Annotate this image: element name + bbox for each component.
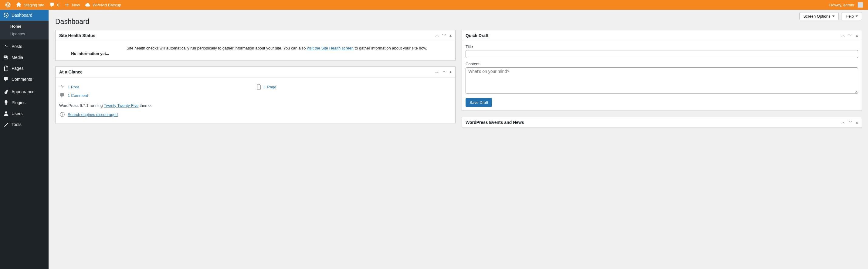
widget-title: Quick Draft (466, 33, 841, 38)
wrench-icon (3, 121, 9, 127)
sidebar-label: Dashboard (11, 13, 32, 18)
wpvivid-link[interactable]: WPvivid Backup (82, 0, 124, 10)
page-icon (255, 84, 261, 90)
site-health-status: No information yet... (60, 45, 121, 56)
widget-title: Site Health Status (59, 33, 435, 38)
comments-icon (3, 76, 9, 82)
sidebar-subitem-updates[interactable]: Updates (0, 30, 49, 38)
sidebar-submenu-dashboard: Home Updates (0, 21, 49, 39)
move-up-icon[interactable]: ︿ (435, 33, 439, 38)
comments-count: 0 (57, 3, 59, 7)
site-health-link[interactable]: visit the Site Health screen (307, 46, 353, 51)
user-icon (3, 111, 9, 117)
draft-content-textarea[interactable] (466, 67, 858, 93)
move-up-icon[interactable]: ︿ (435, 69, 439, 75)
new-content-link[interactable]: New (62, 0, 82, 10)
move-down-icon[interactable]: ﹀ (848, 33, 853, 38)
avatar-icon (858, 2, 863, 8)
comment-icon (59, 92, 65, 98)
pin-icon (59, 84, 65, 90)
home-icon (16, 2, 22, 8)
sidebar-label: Users (11, 111, 23, 116)
chevron-down-icon (856, 16, 858, 17)
my-account-link[interactable]: Howdy, admin (827, 0, 866, 10)
media-icon (3, 54, 9, 60)
sidebar-item-tools[interactable]: Tools (0, 119, 49, 130)
move-up-icon[interactable]: ︿ (841, 120, 845, 125)
sidebar-label: Media (11, 55, 23, 60)
widget-title: WordPress Events and News (466, 120, 841, 125)
title-label: Title (466, 44, 858, 49)
save-draft-button[interactable]: Save Draft (466, 98, 492, 107)
sidebar-label: Posts (11, 44, 22, 49)
theme-link[interactable]: Twenty Twenty-Five (104, 103, 139, 108)
move-down-icon[interactable]: ﹀ (848, 120, 853, 125)
sidebar-item-plugins[interactable]: Plugins (0, 97, 49, 108)
howdy-text: Howdy, admin (830, 3, 854, 7)
admin-sidebar: Dashboard Home Updates Posts Media Pages… (0, 10, 49, 140)
collapse-icon[interactable]: ▴ (450, 33, 452, 38)
sidebar-label: Tools (11, 122, 22, 127)
plug-icon (3, 99, 9, 106)
move-down-icon[interactable]: ﹀ (442, 69, 446, 75)
pin-icon (3, 43, 9, 50)
content-label: Content (466, 62, 858, 66)
dashboard-icon (3, 12, 9, 18)
help-button[interactable]: Help (842, 12, 862, 20)
site-name-text: Staging site (24, 3, 44, 7)
collapse-icon[interactable]: ▴ (856, 120, 858, 125)
comments-link[interactable]: 0 (47, 0, 62, 10)
search-engines-link[interactable]: Search engines discouraged (68, 112, 118, 117)
page-icon (3, 65, 9, 71)
comment-icon (49, 2, 55, 8)
sidebar-label: Appearance (11, 89, 35, 94)
widget-title: At a Glance (59, 69, 435, 74)
collapse-icon[interactable]: ▴ (856, 33, 858, 38)
site-health-widget: Site Health Status ︿ ﹀ ▴ No information … (55, 30, 456, 60)
sidebar-item-posts[interactable]: Posts (0, 41, 49, 52)
sidebar-item-users[interactable]: Users (0, 108, 49, 119)
collapse-icon[interactable]: ▴ (450, 69, 452, 75)
wpvivid-label: WPvivid Backup (93, 3, 121, 7)
move-up-icon[interactable]: ︿ (841, 33, 845, 38)
glance-version-text: WordPress 6.7.1 running Twenty Twenty-Fi… (59, 101, 452, 110)
at-a-glance-widget: At a Glance ︿ ﹀ ▴ 1 Post (55, 66, 456, 123)
wordpress-menu-icon[interactable] (2, 0, 13, 10)
cloud-icon (85, 2, 91, 8)
site-health-description: Site health checks will automatically ru… (127, 45, 451, 52)
sidebar-item-appearance[interactable]: Appearance (0, 86, 49, 97)
new-label: New (72, 3, 80, 7)
brush-icon (3, 89, 9, 95)
chevron-down-icon (832, 16, 835, 17)
page-title: Dashboard (55, 18, 862, 26)
info-icon (59, 112, 65, 118)
sidebar-item-media[interactable]: Media (0, 52, 49, 63)
sidebar-item-comments[interactable]: Comments (0, 74, 49, 85)
glance-posts-link[interactable]: 1 Post (59, 83, 255, 91)
sidebar-subitem-home[interactable]: Home (0, 23, 49, 30)
screen-meta-links: Screen Options Help (799, 12, 862, 20)
admin-toolbar: Staging site 0 New WPvivid Backup Howdy,… (0, 0, 868, 10)
sidebar-item-dashboard[interactable]: Dashboard (0, 10, 49, 21)
sidebar-label: Pages (11, 66, 24, 71)
main-content: Screen Options Help Dashboard Site Healt… (49, 0, 868, 140)
plus-icon (64, 2, 70, 8)
quick-draft-widget: Quick Draft ︿ ﹀ ▴ Title Cont (462, 30, 862, 111)
glance-comments-link[interactable]: 1 Comment (59, 91, 255, 99)
screen-options-button[interactable]: Screen Options (799, 12, 839, 20)
glance-pages-link[interactable]: 1 Page (255, 83, 452, 91)
draft-title-input[interactable] (466, 50, 858, 58)
events-news-widget: WordPress Events and News ︿ ﹀ ▴ (462, 117, 862, 128)
site-name-link[interactable]: Staging site (13, 0, 47, 10)
sidebar-item-pages[interactable]: Pages (0, 63, 49, 74)
move-down-icon[interactable]: ﹀ (442, 33, 446, 38)
sidebar-label: Comments (11, 77, 32, 82)
sidebar-label: Plugins (11, 100, 26, 105)
